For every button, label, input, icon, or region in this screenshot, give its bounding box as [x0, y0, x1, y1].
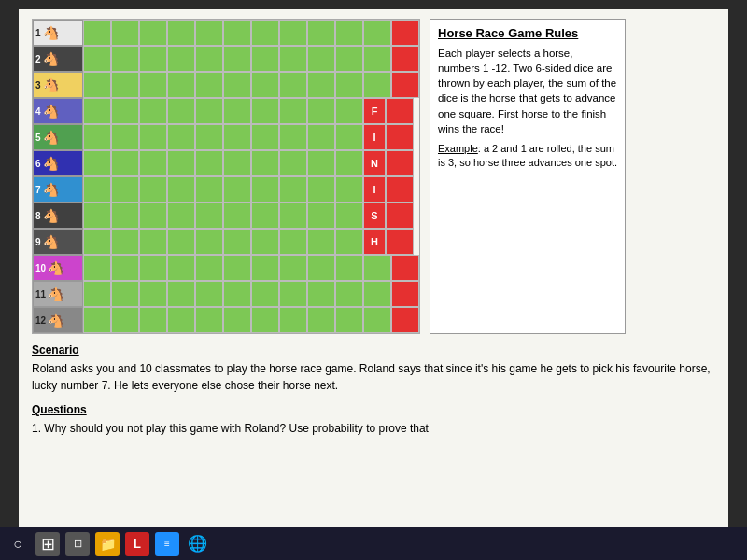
rules-box: Horse Race Game Rules Each player select… — [430, 19, 626, 334]
questions-title: Questions — [32, 401, 715, 418]
l-app-icon[interactable]: L — [125, 532, 149, 556]
finish-cell-I1: I — [363, 124, 386, 150]
grid-cell — [307, 20, 335, 46]
grid-cell — [139, 20, 167, 46]
board-row-5: 5🐴 I — [33, 124, 419, 150]
grid-cell — [335, 20, 363, 46]
menu-app-icon[interactable]: ≡ — [155, 532, 179, 556]
grid-cell — [83, 20, 111, 46]
grid-cell — [251, 20, 279, 46]
taskbar: ○ ⊞ ⊡ 📁 L ≡ 🌐 — [0, 527, 747, 560]
horse-label-5: 5🐴 — [33, 124, 83, 150]
grid-cell — [111, 20, 139, 46]
horse-label-7: 7🐴 — [33, 176, 83, 203]
game-board: 1🐴 2🐴 — [32, 19, 420, 334]
folder-icon[interactable]: 📁 — [95, 532, 120, 556]
top-section: 1🐴 2🐴 — [32, 19, 715, 334]
grid-cell — [391, 20, 419, 46]
horse-label-10: 10🐴 — [33, 255, 83, 281]
grid-cell — [167, 20, 195, 46]
board-row-2: 2🐴 — [33, 46, 419, 72]
board-row-1: 1🐴 — [33, 20, 419, 46]
finish-cell-S: S — [363, 203, 386, 229]
search-taskbar-icon[interactable]: ○ — [6, 532, 30, 556]
horse-label-4: 4🐴 — [33, 98, 83, 124]
grid-cell — [363, 20, 391, 46]
grid-cell — [195, 20, 223, 46]
horse-label-1: 1🐴 — [33, 20, 83, 46]
scenario-text: Roland asks you and 10 classmates to pla… — [32, 360, 715, 394]
board-row-7: 7🐴 I — [33, 176, 419, 203]
main-page: 1🐴 2🐴 — [19, 9, 728, 537]
horse-label-2: 2🐴 — [33, 46, 83, 72]
board-row-8: 8🐴 S — [33, 203, 419, 229]
horse-label-9: 9🐴 — [33, 229, 83, 255]
horse-label-6: 6🐴 — [33, 150, 83, 176]
rules-paragraph: Each player selects a horse, numbers 1 -… — [438, 46, 617, 136]
chrome-icon[interactable]: 🌐 — [185, 532, 209, 556]
board-row-3: 3🐴 — [33, 72, 419, 98]
finish-cell-N: N — [363, 150, 386, 176]
board-row-4: 4🐴 F — [33, 98, 419, 124]
horse-label-11: 11🐴 — [33, 281, 83, 307]
board-row-11: 11🐴 — [33, 281, 419, 307]
horse-label-12: 12🐴 — [33, 307, 83, 333]
board-row-6: 6🐴 N — [33, 150, 419, 176]
grid-cell — [279, 20, 307, 46]
board-row-12: 12🐴 — [33, 307, 419, 333]
taskview-icon[interactable]: ⊡ — [65, 532, 90, 556]
example-label: Example — [438, 143, 478, 154]
horse-label-3: 3🐴 — [33, 72, 83, 98]
finish-cell-I2: I — [363, 176, 386, 203]
finish-cell-H: H — [363, 229, 386, 255]
question-1: 1. Why should you not play this game wit… — [32, 420, 715, 437]
scenario-section: Scenario Roland asks you and 10 classmat… — [32, 342, 715, 394]
rules-example: Example: a 2 and 1 are rolled, the sum i… — [438, 142, 617, 171]
horse-label-8: 8🐴 — [33, 203, 83, 229]
grid-cell — [223, 20, 251, 46]
board-row-10: 10🐴 — [33, 255, 419, 281]
grid-taskbar-icon[interactable]: ⊞ — [35, 532, 60, 556]
finish-cell-F: F — [363, 98, 386, 124]
rules-title: Horse Race Game Rules — [438, 25, 617, 42]
board-row-9: 9🐴 H — [33, 229, 419, 255]
questions-section: Questions 1. Why should you not play thi… — [32, 401, 715, 437]
scenario-title: Scenario — [32, 342, 715, 358]
